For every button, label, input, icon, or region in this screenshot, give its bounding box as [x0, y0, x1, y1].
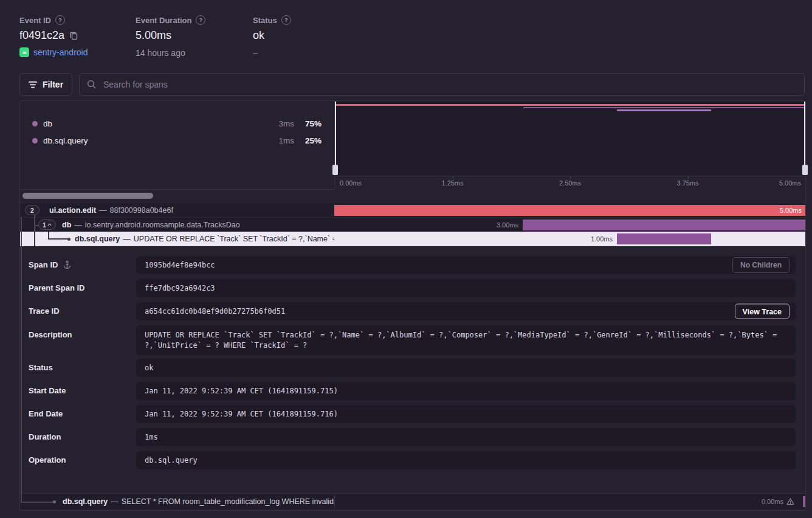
- dash-separator: —: [99, 206, 107, 215]
- tree-connector: [21, 502, 53, 503]
- span-children-badge[interactable]: 1: [38, 219, 56, 230]
- legend-duration: 1ms: [278, 136, 294, 145]
- span-row-db[interactable]: 1 db — io.sentry.android.roomsample.data…: [20, 217, 805, 232]
- description-value-box: UPDATE OR REPLACE `Track` SET `TrackId` …: [136, 325, 796, 355]
- parent-span-id-label: Parent Span ID: [29, 283, 84, 292]
- span-children-badge[interactable]: 2: [25, 205, 40, 215]
- operation-label: Operation: [29, 455, 66, 464]
- status-label: Status: [253, 16, 277, 25]
- tree-scrollbar-thumb[interactable]: [22, 193, 153, 199]
- tree-scrollbar-track[interactable]: [20, 189, 334, 202]
- minimap-right-grip[interactable]: [802, 165, 808, 175]
- span-op: db.sql.query: [63, 497, 108, 506]
- axis-label: 2.50ms: [559, 179, 581, 187]
- event-id-label: Event ID: [19, 16, 51, 25]
- span-duration: 3.00ms: [497, 219, 518, 230]
- legend-percent: 25%: [305, 136, 322, 145]
- view-trace-button[interactable]: View Trace: [735, 304, 790, 319]
- event-id-block: Event ID ? f0491c2a sentry-android: [19, 15, 88, 57]
- minimap-right-handle[interactable]: [804, 102, 805, 166]
- minimap-span-line: [335, 104, 805, 106]
- tree-guide-line: [34, 232, 35, 246]
- span-op: db.sql.query: [75, 235, 120, 243]
- span-desc: io.sentry.android.roomsample.data.Tracks…: [85, 221, 240, 229]
- help-icon[interactable]: ?: [196, 15, 205, 25]
- axis-label: 0.00ms: [340, 179, 362, 187]
- span-id-label: Span ID: [29, 260, 58, 269]
- span-bar[interactable]: 1.00ms: [617, 233, 711, 244]
- end-date-value: Jan 11, 2022 9:52:39 AM CET (1641891159.…: [145, 410, 338, 418]
- warning-icon: [786, 498, 794, 505]
- parent-span-id-value: ffe7dbc92a6942c3: [145, 284, 215, 292]
- dash-separator: —: [111, 497, 119, 506]
- minimap-left-grip[interactable]: [332, 165, 338, 175]
- zero-duration-span-tick: [803, 496, 805, 507]
- legend-percent: 75%: [305, 119, 322, 128]
- chevron-up-icon: [47, 223, 52, 226]
- status-value: ok: [253, 29, 291, 42]
- minimap-span-line: [523, 107, 805, 109]
- event-id-value: f0491c2a: [19, 29, 64, 42]
- axis-tick: [453, 176, 453, 179]
- parent-span-id-value-box: ffe7dbc92a6942c3: [136, 279, 796, 297]
- event-duration-label: Event Duration: [136, 16, 191, 25]
- dash-separator: —: [74, 221, 82, 229]
- project-link[interactable]: sentry-android: [33, 47, 88, 57]
- status-sub: –: [253, 48, 291, 58]
- filter-button[interactable]: Filter: [19, 73, 72, 96]
- legend-op: db: [43, 119, 52, 128]
- span-row-ui-action-edit[interactable]: 2 ui.action.edit — 88f300998a0b4e6f 5.00…: [20, 202, 805, 217]
- legend-op: db.sql.query: [43, 136, 88, 145]
- end-date-label: End Date: [29, 409, 63, 418]
- tree-connector: [34, 225, 38, 226]
- axis-label: 5.00ms: [779, 179, 801, 187]
- span-bar[interactable]: 5.00ms: [334, 205, 805, 216]
- start-date-label: Start Date: [29, 386, 66, 395]
- trace-id-value: a654cc61dc0b48ef9d0b27275b6f0d51: [145, 307, 285, 316]
- status-block: Status ? ok –: [253, 15, 291, 58]
- operation-value: db.sql.query: [145, 456, 198, 464]
- minimap-left-handle[interactable]: [335, 102, 336, 166]
- android-platform-icon: [19, 47, 29, 57]
- copy-icon[interactable]: [69, 31, 78, 40]
- span-detail-page: Event ID ? f0491c2a sentry-android Event…: [0, 0, 812, 518]
- description-label: Description: [29, 330, 72, 339]
- span-bar[interactable]: 3.00ms: [523, 219, 805, 230]
- anchor-icon[interactable]: [63, 260, 72, 269]
- span-row-db-sql-query-sibling[interactable]: db.sql.query — SELECT * FROM room_table_…: [20, 493, 805, 509]
- axis-tick: [570, 176, 571, 179]
- status-detail-value: ok: [145, 364, 153, 372]
- event-duration-value: 5.00ms: [136, 29, 205, 42]
- badge-count: 2: [30, 207, 34, 214]
- span-duration: 0.00ms: [762, 498, 783, 505]
- legend-dot-icon: [32, 121, 38, 126]
- help-icon[interactable]: ?: [281, 15, 291, 25]
- span-row-db-sql-query-selected[interactable]: db.sql.query — UPDATE OR REPLACE `Track`…: [20, 232, 805, 246]
- no-children-chip: No Children: [732, 257, 790, 273]
- minimap-span-line: [617, 109, 711, 111]
- tree-guide-line: [21, 217, 22, 502]
- start-date-value: Jan 11, 2022 9:52:39 AM CET (1641891159.…: [145, 387, 338, 395]
- event-duration-block: Event Duration ? 5.00ms 14 hours ago: [136, 15, 205, 58]
- span-search-bar: [79, 73, 805, 96]
- start-date-value-box: Jan 11, 2022 9:52:39 AM CET (1641891159.…: [136, 382, 796, 400]
- axis-tick: [688, 176, 689, 179]
- span-op: db: [62, 221, 71, 229]
- filter-icon: [29, 81, 37, 88]
- span-duration: 5.00ms: [780, 205, 802, 216]
- help-icon[interactable]: ?: [55, 15, 65, 25]
- description-value: UPDATE OR REPLACE `Track` SET `TrackId` …: [145, 331, 777, 350]
- legend-duration: 3ms: [278, 119, 294, 128]
- legend-dot-icon: [32, 138, 38, 143]
- duration-value-box: 1ms: [136, 428, 796, 446]
- trace-id-value-box: a654cc61dc0b48ef9d0b27275b6f0d51 View Tr…: [136, 302, 796, 320]
- trace-id-label: Trace ID: [29, 306, 60, 316]
- legend-item-db[interactable]: db 3ms 75%: [20, 115, 334, 132]
- span-desc: UPDATE OR REPLACE `Track` SET `TrackId` …: [134, 235, 334, 243]
- trace-minimap[interactable]: [334, 101, 805, 176]
- filter-label: Filter: [43, 80, 63, 89]
- axis-label: 1.25ms: [441, 179, 463, 187]
- status-value-box: ok: [136, 359, 796, 377]
- legend-item-db-sql-query[interactable]: db.sql.query 1ms 25%: [20, 132, 334, 149]
- search-input[interactable]: [102, 79, 797, 90]
